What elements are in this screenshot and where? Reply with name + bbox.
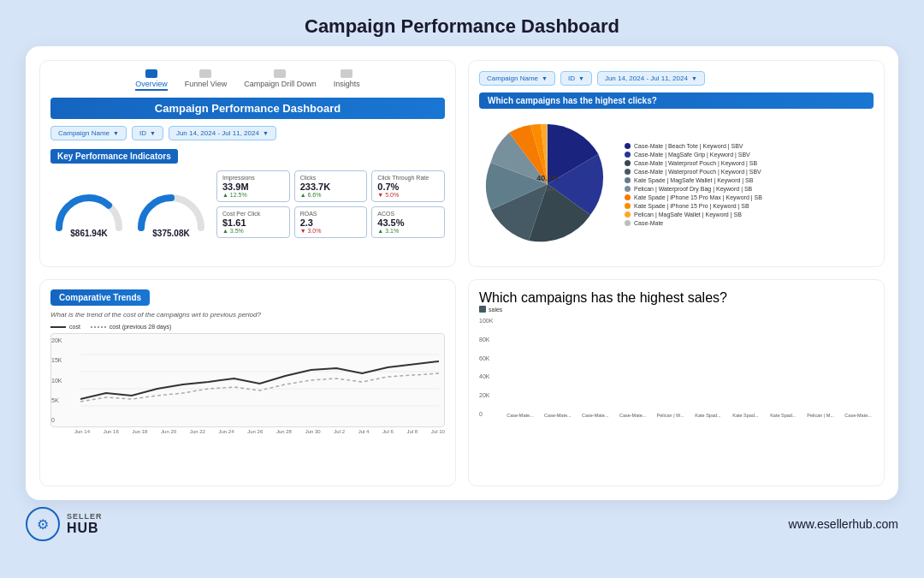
funnel-icon [199,69,211,78]
dashboard-card: Overview Funnel View Campaign Drill Down… [26,46,898,500]
nav-funnel[interactable]: Funnel View [185,69,227,91]
metric-roas-label: ROAS [300,211,362,217]
bar-label-9: Case-Mate... [844,413,871,419]
trends-subtitle: What is the trend of the cost of the cam… [50,311,445,319]
legend-label-4: Kate Spade | MagSafe Wallet | Keyword | … [634,177,753,183]
y-label-2: 10K [51,378,75,384]
page-title: Campaign Performance Dashboard [0,0,924,46]
bar-label-1: Case-Mate... [544,413,571,419]
clicks-filter-id[interactable]: ID ▼ [560,71,592,86]
legend-label-2: Case-Mate | Waterproof Pouch | Keyword |… [634,160,757,166]
trends-chart-area: 20K 15K 10K 5K 0 [50,333,445,427]
bar-label-7: Kate Spad... [770,413,796,419]
insights-icon [341,69,352,78]
metric-roas-change: ▼ 3.0% [300,228,362,234]
gauge-svg-2 [133,185,210,232]
pie-chart: 40.1% largest [479,116,616,253]
trends-panel: Comparative Trends What is the trend of … [39,279,456,486]
sales-y-1: 20K [479,392,493,398]
filter-date[interactable]: Jun 14, 2024 - Jul 11, 2024 ▼ [169,126,276,140]
sales-panel: Which campaigns has the highest sales? s… [468,279,885,486]
x-label-0: Jun 14 [74,429,90,434]
legend-label-1: Case-Mate | MagSafe Grip | Keyword | SBV [634,152,750,158]
bar-7: Kate Spad... [767,410,798,419]
bar-0: Case-Mate... [505,410,536,419]
bar-label-3: Case-Mate... [619,413,646,419]
filter-campaign-name[interactable]: Campaign Name ▼ [50,126,127,140]
legend-item-3: Case-Mate | Waterproof Pouch | Keyword |… [625,169,762,175]
clicks-filter-date-label: Jun 14, 2024 - Jul 11, 2024 [605,74,688,82]
clicks-filter-date[interactable]: Jun 14, 2024 - Jul 11, 2024 ▼ [597,71,705,86]
sales-legend-label: sales [489,307,502,313]
metric-impressions: Impressions 33.9M ▲ 12.5% [216,170,290,202]
metric-acos: ACOS 43.5% ▲ 3.1% [371,206,445,238]
trends-chart-inner [80,337,439,423]
metric-cpc-value: $1.61 [222,217,284,228]
metric-clicks-value: 233.7K [300,182,362,192]
filter-id[interactable]: ID ▼ [132,126,163,140]
legend-label-8: Pelican | MagSafe Wallet | Keyword | SB [634,212,742,217]
svg-text:40.1%: 40.1% [536,174,559,182]
kpi-dashboard-title: Campaign Performance Dashboard [50,98,445,119]
metric-cpc: Cost Per Click $1.61 ▲ 3.5% [216,206,290,238]
clicks-filter-arrow-3: ▼ [691,75,697,81]
y-label-0: 0 [51,417,75,423]
x-label-8: Jun 30 [305,429,321,434]
trends-legend-cost-label: cost [69,324,80,330]
nav-overview[interactable]: Overview [135,69,168,91]
metric-acos-change: ▲ 3.1% [377,228,439,234]
kpi-panel: Overview Funnel View Campaign Drill Down… [39,60,456,267]
legend-item-4: Kate Spade | MagSafe Wallet | Keyword | … [625,177,762,183]
kpi-content: $861.94K $375.08K Impressions 33.9M ▲ 12… [50,170,445,238]
metric-clicks: Clicks 233.7K ▲ 6.6% [294,170,368,202]
bar-label-8: Pelican | M... [807,413,834,419]
legend-item-2: Case-Mate | Waterproof Pouch | Keyword |… [625,160,762,166]
legend-item-5: Pelican | Waterproof Dry Bag | Keyword |… [625,186,762,192]
logo-area: ⚙ SELLER HUB [26,507,103,541]
x-label-13: Jul 10 [431,429,445,434]
logo-symbol: ⚙ [37,516,49,533]
x-label-5: Jun 24 [219,429,234,434]
bar-2: Case-Mate... [580,410,611,419]
bar-label-4: Pelican | W... [657,413,684,419]
cost-line-sample [50,326,66,328]
x-label-3: Jun 20 [161,429,176,434]
gauge-2: $375.08K [133,185,210,238]
metric-ctr-change: ▼ 5.0% [377,192,439,198]
metric-cpc-change: ▲ 3.5% [222,228,284,234]
legend-dot-6 [625,194,631,200]
metric-clicks-change: ▲ 6.6% [300,192,362,198]
nav-drilldown[interactable]: Campaign Drill Down [244,69,317,91]
x-label-1: Jun 16 [104,429,119,434]
logo-text: SELLER HUB [67,512,103,536]
legend-item-0: Case-Mate | Beach Tote | Keyword | SBV [625,143,762,149]
legend-dot-4 [625,177,631,183]
x-label-12: Jul 8 [406,429,418,434]
footer: ⚙ SELLER HUB www.esellerhub.com [0,500,924,546]
sales-y-0: 0 [479,411,493,417]
clicks-filter-arrow-2: ▼ [578,75,584,81]
x-label-11: Jul 6 [382,429,394,434]
filter-label-campaign: Campaign Name [58,129,110,137]
sales-chart-area: 100K 80K 60K 40K 20K 0 Case-Mate... Case… [479,316,874,440]
sales-legend-item: sales [479,306,502,313]
sales-y-5: 100K [479,318,493,324]
legend-dot-8 [625,212,631,217]
pie-container: 40.1% largest Case-Mate | Beach Tote | K… [479,116,874,253]
legend-item-6: Kate Spade | iPhone 15 Pro Max | Keyword… [625,194,762,200]
clicks-filter-id-label: ID [568,74,575,82]
clicks-filter-arrow-1: ▼ [542,75,548,81]
metric-roas-value: 2.3 [300,217,362,228]
metric-cpc-label: Cost Per Click [222,211,284,217]
filter-arrow-2: ▼ [150,130,156,136]
nav-insights[interactable]: Insights [334,69,360,91]
clicks-filter-campaign-label: Campaign Name [487,74,538,82]
clicks-filter-campaign[interactable]: Campaign Name ▼ [479,71,555,86]
sales-legend: sales [479,306,874,313]
metric-ctr: Click Through Rate 0.7% ▼ 5.0% [371,170,445,202]
metric-acos-label: ACOS [377,211,439,217]
legend-label-3: Case-Mate | Waterproof Pouch | Keyword |… [634,169,761,175]
trends-y-axis: 20K 15K 10K 5K 0 [51,334,75,426]
filter-arrow-1: ▼ [113,130,119,136]
metric-acos-value: 43.5% [377,217,439,228]
